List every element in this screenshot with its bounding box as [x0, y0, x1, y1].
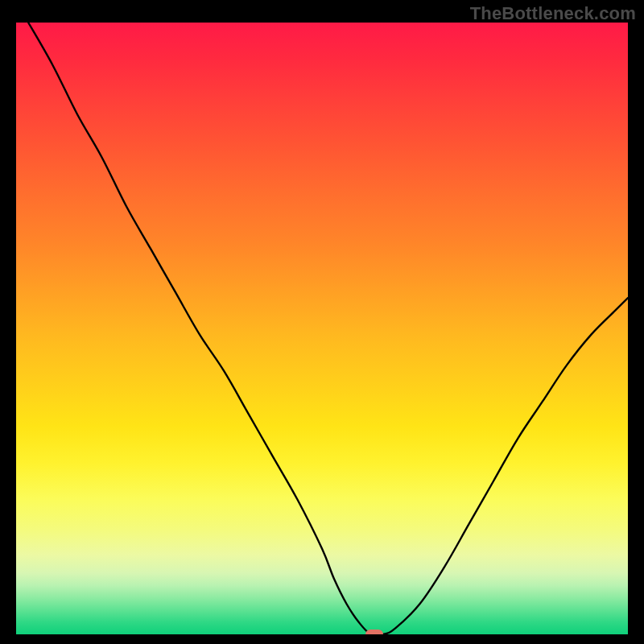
optimal-marker: [365, 630, 383, 634]
watermark-text: TheBottleneck.com: [470, 3, 636, 24]
bottleneck-curve: [16, 23, 628, 634]
chart-frame: TheBottleneck.com: [0, 0, 644, 644]
plot-area: [16, 23, 628, 634]
